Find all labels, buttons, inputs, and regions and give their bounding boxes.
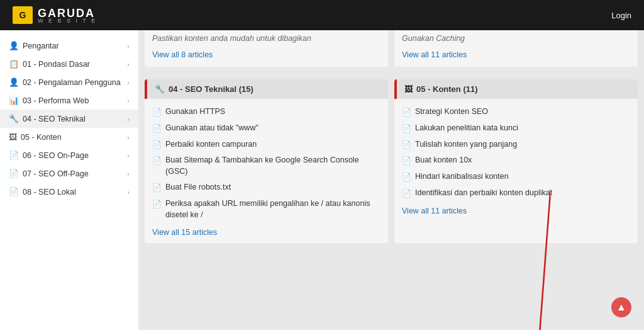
- login-button[interactable]: Login: [611, 11, 631, 20]
- card-konten: 🖼 05 - Konten (11) 📄 Strategi Konten SEO…: [394, 79, 638, 243]
- content-area: Pastikan konten anda mudah untuk dibagik…: [138, 30, 644, 330]
- sidebar-icon-7: 📄: [9, 169, 19, 178]
- article-text-1-5: Identifikasi dan perbaiki konten duplika…: [415, 188, 552, 199]
- view-all-link-partial-1[interactable]: View all 11 articles: [402, 50, 630, 59]
- main-layout: 👤 Pengantar › 📋 01 - Pondasi Dasar › 👤 0…: [0, 30, 644, 330]
- sidebar-icon-2: 👤: [9, 77, 19, 87]
- article-text-1-2: Tulislah konten yang panjang: [415, 139, 517, 151]
- article-icon-0-1: 📄: [152, 123, 162, 134]
- article-icon-0-5: 📄: [152, 199, 162, 210]
- sidebar-item-6[interactable]: 📄 06 - SEO On-Page ›: [0, 146, 138, 164]
- article-text-0-3: Buat Sitemap & Tambahkan ke Google Searc…: [165, 155, 380, 177]
- sidebar-item-8[interactable]: 📄 08 - SEO Lokal ›: [0, 183, 138, 201]
- sidebar-icon-6: 📄: [9, 151, 19, 160]
- chevron-icon-7: ›: [127, 170, 130, 178]
- sidebar-item-left-4: 🔧 04 - SEO Teknikal: [9, 114, 86, 123]
- sidebar-label-5: 05 - Konten: [21, 133, 62, 142]
- article-icon-1-1: 📄: [402, 123, 411, 134]
- card-header-1: 🖼 05 - Konten (11): [394, 79, 638, 99]
- article-1-4: 📄 Hindari kanibalisasi konten: [402, 169, 630, 185]
- article-text-0-1: Gunakan atau tidak "www": [165, 123, 258, 134]
- sidebar-item-1[interactable]: 📋 01 - Pondasi Dasar ›: [0, 55, 138, 73]
- cards-grid: 🔧 04 - SEO Teknikal (15) 📄 Gunakan HTTPS…: [145, 73, 638, 243]
- article-icon-1-2: 📄: [402, 140, 411, 151]
- article-icon-0-3: 📄: [152, 156, 162, 166]
- card-body-1: 📄 Strategi Konten SEO 📄 Lakukan peneliti…: [394, 99, 638, 222]
- card-header-0: 🔧 04 - SEO Teknikal (15): [145, 79, 388, 99]
- sidebar-item-0[interactable]: 👤 Pengantar ›: [0, 37, 138, 55]
- article-text-0-2: Perbaiki konten campuran: [165, 139, 257, 151]
- sidebar-item-left-0: 👤 Pengantar: [9, 41, 59, 50]
- sidebar-item-left-1: 📋 01 - Pondasi Dasar: [9, 59, 90, 69]
- header: G GARUDA W E B S I T E Login: [0, 0, 644, 30]
- card-title-1: 05 - Konten (11): [416, 84, 478, 94]
- card-seo-teknikal: 🔧 04 - SEO Teknikal (15) 📄 Gunakan HTTPS…: [145, 79, 388, 243]
- logo-sub: W E B S I T E: [38, 18, 97, 24]
- article-text-1-3: Buat konten 10x: [415, 155, 472, 166]
- sidebar-label-4: 04 - SEO Teknikal: [23, 115, 86, 123]
- sidebar-icon-8: 📄: [9, 187, 19, 196]
- chevron-icon-2: ›: [127, 79, 130, 86]
- chevron-icon-5: ›: [127, 134, 130, 141]
- sidebar-item-left-3: 📊 03 - Performa Web: [9, 96, 89, 105]
- sidebar-item-2[interactable]: 👤 02 - Pengalaman Pengguna ›: [0, 73, 138, 91]
- sidebar-item-left-6: 📄 06 - SEO On-Page: [9, 151, 89, 160]
- scroll-up-button[interactable]: ▲: [611, 297, 631, 317]
- article-text-1-1: Lakukan penelitian kata kunci: [415, 123, 518, 134]
- sidebar-label-2: 02 - Pengalaman Pengguna: [23, 78, 121, 87]
- sidebar-item-7[interactable]: 📄 07 - SEO Off-Page ›: [0, 164, 138, 183]
- card-icon-1: 🖼: [404, 84, 413, 94]
- article-icon-0-2: 📄: [152, 140, 162, 151]
- sidebar-icon-1: 📋: [9, 59, 19, 69]
- chevron-icon-3: ›: [127, 97, 130, 105]
- sidebar-item-left-2: 👤 02 - Pengalaman Pengguna: [9, 77, 121, 87]
- partial-snippet-0: Pastikan konten anda mudah untuk dibagik…: [152, 30, 380, 45]
- article-1-1: 📄 Lakukan penelitian kata kunci: [402, 120, 630, 137]
- view-all-link-partial-0[interactable]: View all 8 articles: [152, 50, 380, 59]
- chevron-icon-0: ›: [127, 42, 130, 50]
- card-title-0: 04 - SEO Teknikal (15): [169, 84, 253, 94]
- article-text-0-4: Buat File robots.txt: [165, 182, 231, 193]
- partial-card-1: Gunakan Caching View all 11 articles: [394, 30, 638, 67]
- sidebar-item-left-8: 📄 08 - SEO Lokal: [9, 187, 76, 196]
- partial-snippet-1: Gunakan Caching: [402, 30, 630, 45]
- sidebar-item-left-7: 📄 07 - SEO Off-Page: [9, 169, 89, 178]
- sidebar-icon-0: 👤: [9, 41, 19, 50]
- article-1-0: 📄 Strategi Konten SEO: [402, 104, 630, 120]
- article-icon-1-4: 📄: [402, 172, 411, 183]
- partial-card-0: Pastikan konten anda mudah untuk dibagik…: [145, 30, 388, 67]
- view-all-link-1[interactable]: View all 11 articles: [402, 207, 630, 215]
- sidebar-label-3: 03 - Performa Web: [23, 96, 89, 105]
- sidebar-item-4[interactable]: 🔧 04 - SEO Teknikal ›: [0, 110, 138, 128]
- sidebar-icon-4: 🔧: [9, 114, 19, 123]
- view-all-link-0[interactable]: View all 15 articles: [152, 228, 380, 237]
- article-text-0-0: Gunakan HTTPS: [165, 106, 225, 118]
- sidebar-icon-3: 📊: [9, 96, 19, 105]
- sidebar-label-6: 06 - SEO On-Page: [23, 151, 89, 160]
- sidebar-icon-5: 🖼: [9, 132, 17, 142]
- sidebar-item-left-5: 🖼 05 - Konten: [9, 132, 62, 142]
- article-icon-1-0: 📄: [402, 107, 411, 118]
- article-0-4: 📄 Buat File robots.txt: [152, 179, 380, 196]
- article-0-3: 📄 Buat Sitemap & Tambahkan ke Google Sea…: [152, 152, 380, 179]
- sidebar-label-0: Pengantar: [23, 42, 59, 50]
- sidebar-label-8: 08 - SEO Lokal: [23, 188, 76, 196]
- article-text-0-5: Periksa apakah URL memiliki pengalihan k…: [165, 198, 380, 220]
- sidebar: 👤 Pengantar › 📋 01 - Pondasi Dasar › 👤 0…: [0, 30, 138, 330]
- partial-top-cards: Pastikan konten anda mudah untuk dibagik…: [145, 30, 638, 67]
- article-1-3: 📄 Buat konten 10x: [402, 152, 630, 169]
- chevron-icon-8: ›: [127, 188, 130, 196]
- sidebar-item-5[interactable]: 🖼 05 - Konten ›: [0, 128, 138, 146]
- chevron-icon-4: ›: [127, 115, 130, 123]
- article-icon-1-3: 📄: [402, 156, 411, 166]
- chevron-icon-6: ›: [127, 152, 130, 159]
- sidebar-label-1: 01 - Pondasi Dasar: [23, 60, 90, 69]
- article-icon-1-5: 📄: [402, 188, 411, 199]
- garuda-logo-icon: G: [13, 6, 33, 24]
- chevron-icon-1: ›: [127, 60, 130, 68]
- article-1-5: 📄 Identifikasi dan perbaiki konten dupli…: [402, 185, 630, 202]
- article-icon-0-4: 📄: [152, 183, 162, 193]
- sidebar-item-3[interactable]: 📊 03 - Performa Web ›: [0, 91, 138, 110]
- logo-area: G GARUDA W E B S I T E: [13, 6, 97, 24]
- article-0-0: 📄 Gunakan HTTPS: [152, 104, 380, 120]
